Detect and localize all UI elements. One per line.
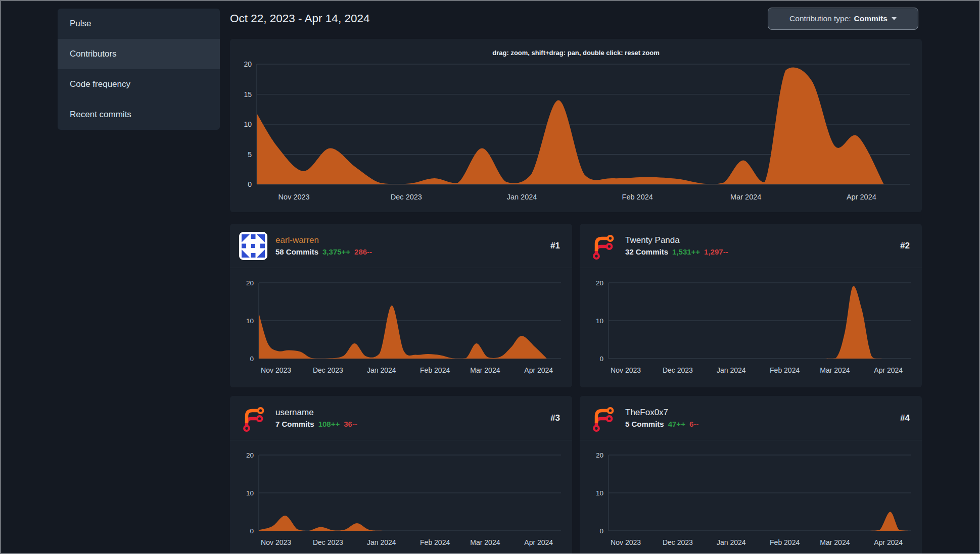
x-tick-label: Mar 2024 (730, 193, 761, 201)
y-tick-label: 0 (250, 527, 254, 535)
y-tick-label: 0 (248, 180, 252, 188)
sidebar-item-label: Code frequency (70, 79, 130, 89)
x-tick-label: Dec 2023 (663, 366, 693, 374)
contributor-commits-chart[interactable]: 01020Nov 2023Dec 2023Jan 2024Feb 2024Mar… (230, 268, 572, 387)
identicon-avatar (239, 232, 267, 260)
rank-badge: #3 (550, 413, 560, 423)
x-tick-label: Nov 2023 (261, 366, 291, 374)
x-tick-label: Mar 2024 (470, 366, 500, 374)
contributor-name[interactable]: earl-warren (275, 235, 550, 245)
sidebar-menu: Pulse Contributors Code frequency Recent… (58, 9, 220, 130)
x-tick-label: Jan 2024 (367, 366, 396, 374)
contributor-cards-grid: earl-warren 58 Commits 3,375++ 286-- #1 … (230, 224, 922, 554)
y-tick-label: 0 (599, 527, 603, 535)
x-tick-label: Nov 2023 (261, 538, 291, 546)
x-tick-label: Nov 2023 (611, 366, 641, 374)
contributor-card-header: earl-warren 58 Commits 3,375++ 286-- #1 (230, 224, 572, 268)
contributor-card: TheFox0x7 5 Commits 47++ 6-- #4 01020Nov… (580, 396, 922, 554)
x-tick-label: Apr 2024 (874, 366, 903, 374)
chart-svg-earl-warren: 01020Nov 2023Dec 2023Jan 2024Feb 2024Mar… (230, 268, 572, 387)
sidebar-item-code-frequency[interactable]: Code frequency (58, 69, 220, 99)
chart-svg-username: 01020Nov 2023Dec 2023Jan 2024Feb 2024Mar… (230, 440, 572, 554)
y-tick-label: 0 (599, 355, 603, 363)
additions-count: 108++ (318, 420, 340, 428)
sidebar-item-label: Contributors (70, 49, 117, 59)
avatar (239, 232, 267, 260)
commit-count: 5 Commits (625, 420, 664, 428)
sidebar-item-label: Recent commits (70, 110, 131, 120)
x-tick-label: Jan 2024 (717, 538, 746, 546)
overall-chart-panel: drag: zoom, shift+drag: pan, double clic… (230, 39, 922, 212)
deletions-count: 286-- (354, 247, 372, 256)
area-series (259, 516, 561, 531)
sidebar-item-contributors[interactable]: Contributors (58, 39, 220, 69)
contributor-commits-chart[interactable]: 01020Nov 2023Dec 2023Jan 2024Feb 2024Mar… (230, 440, 572, 554)
contributor-card-header: username 7 Commits 108++ 36-- #3 (230, 396, 572, 440)
contributor-info: username 7 Commits 108++ 36-- (275, 408, 550, 428)
x-tick-label: Feb 2024 (420, 366, 450, 374)
contributor-info: TheFox0x7 5 Commits 47++ 6-- (625, 408, 900, 428)
x-tick-label: Apr 2024 (874, 538, 903, 546)
contributor-card-header: Twenty Panda 32 Commits 1,531++ 1,297-- … (580, 224, 922, 268)
x-tick-label: Dec 2023 (391, 193, 422, 201)
x-tick-label: Apr 2024 (524, 538, 553, 546)
chart-svg-TheFox0x7: 01020Nov 2023Dec 2023Jan 2024Feb 2024Mar… (580, 440, 922, 554)
contributor-commits-chart[interactable]: 01020Nov 2023Dec 2023Jan 2024Feb 2024Mar… (580, 440, 922, 554)
y-tick-label: 10 (244, 120, 252, 128)
y-tick-label: 5 (248, 150, 252, 159)
contributor-card-header: TheFox0x7 5 Commits 47++ 6-- #4 (580, 396, 922, 440)
commit-count: 7 Commits (275, 420, 314, 428)
date-range-title: Oct 22, 2023 - Apr 14, 2024 (230, 12, 369, 25)
sidebar-item-pulse[interactable]: Pulse (58, 9, 220, 39)
x-tick-label: Jan 2024 (717, 366, 746, 374)
forgejo-logo-avatar (589, 404, 617, 432)
contributor-commits-chart[interactable]: 01020Nov 2023Dec 2023Jan 2024Feb 2024Mar… (580, 268, 922, 387)
dropdown-label: Contribution type: (789, 14, 851, 23)
chart-svg-overall: 05101520Nov 2023Dec 2023Jan 2024Feb 2024… (230, 39, 922, 212)
x-tick-label: Apr 2024 (847, 193, 876, 201)
y-tick-label: 15 (244, 90, 252, 98)
rank-badge: #4 (900, 413, 910, 423)
avatar (589, 232, 617, 260)
y-tick-label: 0 (250, 355, 254, 363)
x-tick-label: Jan 2024 (367, 538, 396, 546)
y-tick-label: 10 (596, 317, 603, 325)
y-tick-label: 20 (244, 60, 252, 68)
contribution-type-dropdown[interactable]: Contribution type: Commits (768, 8, 918, 30)
contributor-card: username 7 Commits 108++ 36-- #3 01020No… (230, 396, 572, 554)
x-tick-label: Dec 2023 (313, 538, 343, 546)
page-header: Oct 22, 2023 - Apr 14, 2024 Contribution… (230, 8, 922, 30)
deletions-count: 1,297-- (704, 247, 728, 256)
x-tick-label: Dec 2023 (313, 366, 343, 374)
x-tick-label: Nov 2023 (611, 538, 641, 546)
contributor-info: Twenty Panda 32 Commits 1,531++ 1,297-- (625, 235, 900, 256)
overall-commits-chart[interactable]: 05101520Nov 2023Dec 2023Jan 2024Feb 2024… (230, 39, 922, 212)
avatar (239, 404, 267, 432)
deletions-count: 36-- (344, 420, 357, 428)
area-series (259, 306, 546, 359)
contributor-stats: 32 Commits 1,531++ 1,297-- (625, 247, 900, 256)
y-tick-label: 20 (246, 279, 254, 287)
dropdown-value: Commits (854, 14, 888, 23)
rank-badge: #1 (550, 241, 560, 251)
additions-count: 3,375++ (322, 247, 350, 256)
area-series (609, 512, 911, 531)
x-tick-label: Feb 2024 (770, 538, 800, 546)
contributor-name: Twenty Panda (625, 235, 900, 245)
y-tick-label: 20 (596, 279, 603, 287)
contributor-name: TheFox0x7 (625, 408, 900, 418)
additions-count: 1,531++ (672, 247, 700, 256)
x-tick-label: Feb 2024 (420, 538, 450, 546)
x-tick-label: Dec 2023 (663, 538, 693, 546)
contributor-stats: 7 Commits 108++ 36-- (275, 420, 550, 428)
avatar (589, 404, 617, 432)
sidebar-item-recent-commits[interactable]: Recent commits (58, 99, 220, 130)
commit-count: 32 Commits (625, 247, 668, 256)
sidebar-item-label: Pulse (70, 19, 91, 29)
rank-badge: #2 (900, 241, 910, 251)
x-tick-label: Mar 2024 (820, 538, 850, 546)
contributor-card: Twenty Panda 32 Commits 1,531++ 1,297-- … (580, 224, 922, 387)
forgejo-logo-avatar (239, 404, 267, 432)
x-tick-label: Mar 2024 (820, 366, 850, 374)
area-series (257, 68, 883, 184)
